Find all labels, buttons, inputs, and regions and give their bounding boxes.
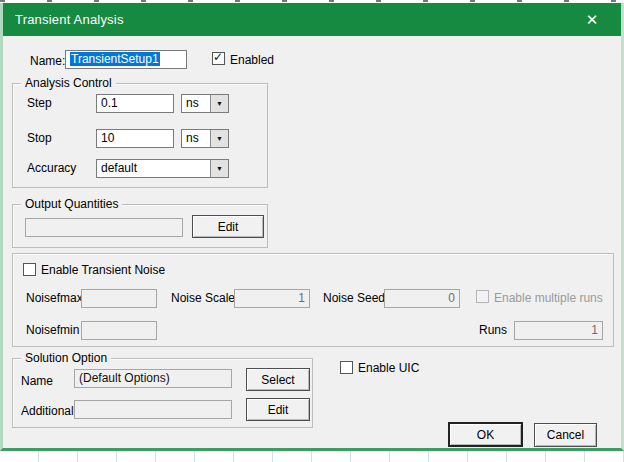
noisefmin-input [81,321,157,340]
solution-additional-field [74,400,232,419]
enable-uic-label: Enable UIC [358,361,419,376]
stop-unit-dropdown[interactable]: ns ▼ [181,129,229,148]
enable-transient-noise-checkbox[interactable] [23,263,36,276]
solution-option-group: Solution Option Name (Default Options) S… [12,358,313,428]
accuracy-dropdown[interactable]: default ▼ [96,159,229,178]
transient-noise-group: Enable Transient Noise Noisefmax Noise S… [12,253,614,347]
step-unit-value: ns [182,95,210,112]
enabled-label: Enabled [230,53,274,68]
dialog-title: Transient Analysis [3,12,124,27]
name-label: Name: [30,54,65,69]
accuracy-value: default [97,160,210,177]
output-quantities-field [25,218,183,237]
chevron-down-icon[interactable]: ▼ [210,160,228,177]
noise-scale-label: Noise Scale [171,291,235,306]
transient-analysis-dialog: Transient Analysis ✕ Name: TransientSetu… [0,3,624,451]
enable-uic-checkbox[interactable] [340,361,353,374]
noisefmin-label: Noisefmin [26,323,79,338]
solution-name-field: (Default Options) [74,369,232,388]
output-quantities-group: Output Quantities Edit [12,204,268,248]
runs-input: 1 [514,321,603,340]
screenshot-root: Transient Analysis ✕ Name: TransientSetu… [0,0,624,462]
chevron-down-icon[interactable]: ▼ [210,130,228,147]
enabled-checkbox[interactable]: ✓ [212,52,225,65]
name-input-selected-text: TransientSetup1 [70,52,160,66]
noise-seed-label: Noise Seed [323,291,385,306]
noise-scale-input: 1 [234,289,310,308]
checkmark-icon: ✓ [213,50,223,64]
step-unit-dropdown[interactable]: ns ▼ [181,94,229,113]
solution-additional-label: Additional [21,404,74,419]
document-crop-artifact-bottom [0,451,624,462]
output-quantities-title: Output Quantities [21,197,122,212]
chevron-down-icon[interactable]: ▼ [210,95,228,112]
stop-label: Stop [27,131,52,146]
step-label: Step [27,96,52,111]
enable-transient-noise-label: Enable Transient Noise [41,263,165,278]
step-input[interactable]: 0.1 [96,94,174,113]
name-input[interactable]: TransientSetup1 [65,50,187,69]
enable-multiple-runs-label: Enable multiple runs [494,291,603,306]
analysis-control-title: Analysis Control [21,76,116,91]
stop-input[interactable]: 10 [96,129,174,148]
solution-select-button[interactable]: Select [246,368,310,391]
noise-seed-input: 0 [384,289,460,308]
solution-edit-button[interactable]: Edit [246,398,310,421]
dialog-titlebar: Transient Analysis [3,3,621,36]
ok-button[interactable]: OK [448,422,523,447]
solution-option-title: Solution Option [21,351,111,366]
solution-name-label: Name [21,374,53,389]
output-quantities-edit-button[interactable]: Edit [192,215,264,238]
cancel-button[interactable]: Cancel [534,423,597,447]
accuracy-label: Accuracy [27,161,76,176]
enable-multiple-runs-checkbox [476,290,489,303]
runs-label: Runs [479,323,507,338]
stop-unit-value: ns [182,130,210,147]
analysis-control-group: Analysis Control Step 0.1 ns ▼ Stop 10 n… [12,83,268,188]
noisefmax-input [81,289,157,308]
close-icon[interactable]: ✕ [577,3,607,36]
noisefmax-label: Noisefmax [26,291,83,306]
